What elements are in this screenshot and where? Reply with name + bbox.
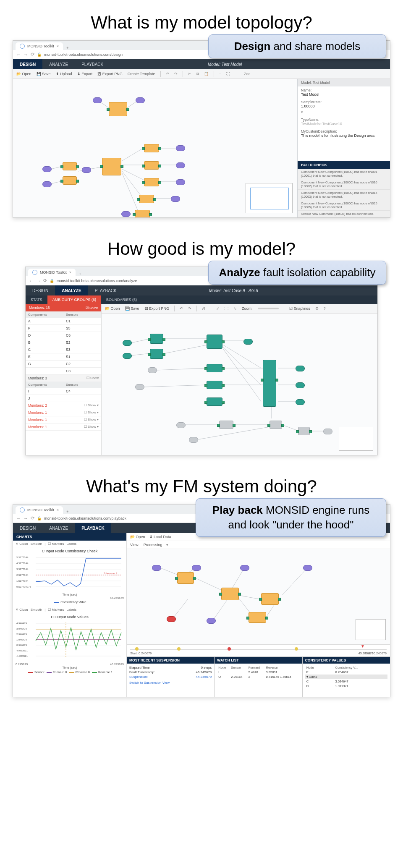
component-node[interactable] bbox=[207, 381, 222, 389]
switch-view-link[interactable]: Switch to Suspension View bbox=[129, 681, 212, 685]
build-check-row[interactable]: Component New Component (10000) has node… bbox=[298, 190, 390, 200]
sens-cell[interactable]: S1 bbox=[63, 353, 101, 361]
component-node[interactable] bbox=[263, 360, 276, 407]
sens-cell[interactable]: C3 bbox=[63, 368, 101, 375]
members-link[interactable]: Members: 1☐ Show ▾ bbox=[26, 409, 101, 416]
comp-cell[interactable]: D bbox=[26, 332, 63, 339]
cut-icon[interactable]: ✂ bbox=[188, 72, 191, 76]
open-button[interactable]: 📂 Open bbox=[105, 306, 120, 311]
export-button[interactable]: ⬇ Export bbox=[77, 72, 93, 76]
tab-design[interactable]: DESIGN bbox=[13, 523, 42, 533]
cursor-icon[interactable]: ▼ bbox=[361, 644, 365, 648]
build-check-row[interactable]: Sensor New Command (10502) has no connec… bbox=[298, 211, 390, 217]
create-template-button[interactable]: Create Template bbox=[128, 72, 155, 76]
minimap[interactable] bbox=[339, 427, 373, 451]
component-node[interactable] bbox=[144, 178, 159, 186]
description-value[interactable]: This model is for illustrating the Desig… bbox=[298, 133, 390, 139]
sensor-node-fault[interactable] bbox=[167, 616, 176, 622]
sens-cell[interactable]: C2 bbox=[63, 361, 101, 368]
sensor-node[interactable] bbox=[42, 181, 52, 187]
members-link[interactable]: Members: 2☐ Show ▾ bbox=[26, 402, 101, 409]
zoom-fit-icon[interactable]: ⛶ bbox=[226, 72, 230, 76]
tab-playback[interactable]: PLAYBACK bbox=[75, 59, 110, 69]
sensor-node[interactable] bbox=[176, 422, 186, 428]
sensor-node[interactable] bbox=[82, 167, 91, 173]
typename-value[interactable]: TestModels::TestCase10 bbox=[298, 122, 390, 128]
comp-cell[interactable]: B bbox=[26, 339, 63, 346]
chart-1-plot[interactable]: 5.5277344 4.5277344 3.5277344 2.5277344 … bbox=[16, 554, 123, 592]
component-node[interactable] bbox=[63, 162, 77, 170]
zoom-slider[interactable] bbox=[258, 308, 279, 309]
redo-icon[interactable]: ↷ bbox=[188, 306, 191, 311]
component-node[interactable] bbox=[177, 572, 194, 584]
undo-icon[interactable]: ↶ bbox=[180, 306, 183, 311]
comp-cell[interactable]: E bbox=[26, 353, 63, 361]
subtab-ambiguity[interactable]: AMBIGUITY GROUPS (6) bbox=[47, 295, 101, 304]
component-node[interactable] bbox=[270, 421, 282, 429]
minimap[interactable] bbox=[246, 183, 293, 213]
tab-analyze[interactable]: ANALYZE bbox=[42, 59, 75, 69]
sensor-node[interactable] bbox=[240, 565, 249, 571]
component-node[interactable] bbox=[207, 335, 222, 349]
sensor-node[interactable] bbox=[123, 353, 132, 359]
sensor-node[interactable] bbox=[296, 382, 305, 388]
help-icon[interactable]: ? bbox=[324, 306, 326, 311]
sensor-node[interactable] bbox=[296, 399, 305, 405]
reload-icon[interactable]: ⟳ bbox=[31, 515, 34, 521]
redo-icon[interactable]: ↷ bbox=[174, 72, 178, 76]
sensor-node[interactable] bbox=[243, 339, 253, 345]
sensor-node[interactable] bbox=[123, 340, 132, 346]
members-sub[interactable]: Members: 3 bbox=[28, 376, 47, 380]
export-png-button[interactable]: 🖼 Export PNG bbox=[97, 72, 123, 76]
forward-icon[interactable]: → bbox=[24, 516, 28, 521]
browser-tab[interactable]: MONSID Toolkit× bbox=[16, 506, 63, 514]
url-text[interactable]: monsid-toolkit-beta.okeansolutions.com/a… bbox=[57, 279, 137, 283]
sensor-node[interactable] bbox=[135, 384, 144, 390]
open-button[interactable]: 📂 Open bbox=[130, 535, 145, 539]
component-node[interactable] bbox=[150, 334, 163, 344]
browser-tab[interactable]: MONSID Toolkit× bbox=[28, 269, 76, 276]
print-icon[interactable]: 🖨 bbox=[202, 306, 206, 311]
component-node[interactable] bbox=[135, 210, 150, 217]
sensor-node[interactable] bbox=[303, 565, 312, 571]
new-tab-icon[interactable]: + bbox=[76, 272, 84, 276]
sensor-node[interactable] bbox=[93, 97, 102, 103]
forward-icon[interactable]: → bbox=[36, 278, 41, 283]
timeline[interactable]: ▼ 45.245679 Start: 0.245679 End: 50.2456… bbox=[127, 644, 390, 656]
browser-tab[interactable]: MONSID Toolkit × bbox=[16, 42, 63, 50]
tab-analyze[interactable]: ANALYZE bbox=[55, 285, 88, 295]
component-node[interactable] bbox=[144, 161, 159, 170]
zoom-out-icon[interactable]: − bbox=[219, 72, 221, 76]
component-node[interactable] bbox=[150, 349, 163, 359]
sensor-node[interactable] bbox=[207, 618, 216, 624]
build-check-row[interactable]: Component New Component (10000) has node… bbox=[298, 200, 390, 211]
members-link[interactable]: Members: 1☐ Show ▾ bbox=[26, 416, 101, 424]
copy-icon[interactable]: ⧉ bbox=[196, 72, 199, 76]
component-node[interactable] bbox=[63, 176, 77, 185]
paste-icon[interactable]: 📋 bbox=[204, 72, 209, 76]
subtab-stats[interactable]: STATS bbox=[26, 295, 47, 304]
chart-smooth[interactable]: Smooth bbox=[31, 542, 42, 546]
close-icon[interactable]: × bbox=[57, 44, 59, 48]
new-tab-icon[interactable]: + bbox=[63, 46, 72, 50]
reload-icon[interactable]: ⟳ bbox=[31, 52, 34, 57]
comp-cell[interactable]: G bbox=[26, 361, 63, 368]
component-node[interactable] bbox=[102, 158, 121, 175]
build-check-row[interactable]: Component New Component (10000) has node… bbox=[298, 179, 390, 190]
name-value[interactable]: Test Model bbox=[298, 92, 390, 98]
component-node[interactable] bbox=[249, 612, 266, 623]
build-check-row[interactable]: Component New Component (10000) has node… bbox=[298, 169, 390, 179]
subtab-boundaries[interactable]: BOUNDARIES (5) bbox=[101, 295, 142, 304]
chart-markers[interactable]: ☐ Markers bbox=[48, 542, 64, 546]
members-link[interactable]: Members: 1☐ Show ▾ bbox=[26, 424, 101, 431]
design-canvas[interactable] bbox=[13, 79, 298, 217]
zoom-in-icon[interactable]: ＋ bbox=[235, 71, 239, 77]
sensor-node[interactable] bbox=[42, 166, 52, 172]
component-node[interactable] bbox=[261, 593, 279, 605]
save-button[interactable]: 💾 Save bbox=[37, 72, 51, 76]
back-icon[interactable]: ← bbox=[16, 516, 21, 521]
back-icon[interactable]: ← bbox=[29, 278, 34, 283]
load-data-button[interactable]: ⬇ Load Data bbox=[149, 535, 171, 539]
sensor-node[interactable] bbox=[189, 437, 198, 443]
show-toggle[interactable]: ☑ Show bbox=[86, 306, 98, 310]
